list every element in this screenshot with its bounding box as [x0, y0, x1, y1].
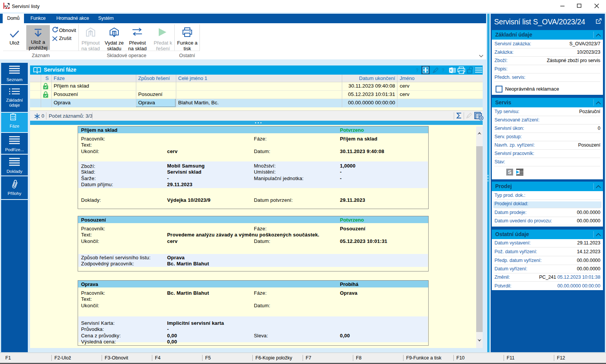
svg-text:K2: K2: [5, 5, 8, 8]
svg-text:?: ?: [416, 68, 419, 73]
svg-text:?: ?: [442, 68, 445, 73]
svg-text:X: X: [450, 69, 452, 72]
